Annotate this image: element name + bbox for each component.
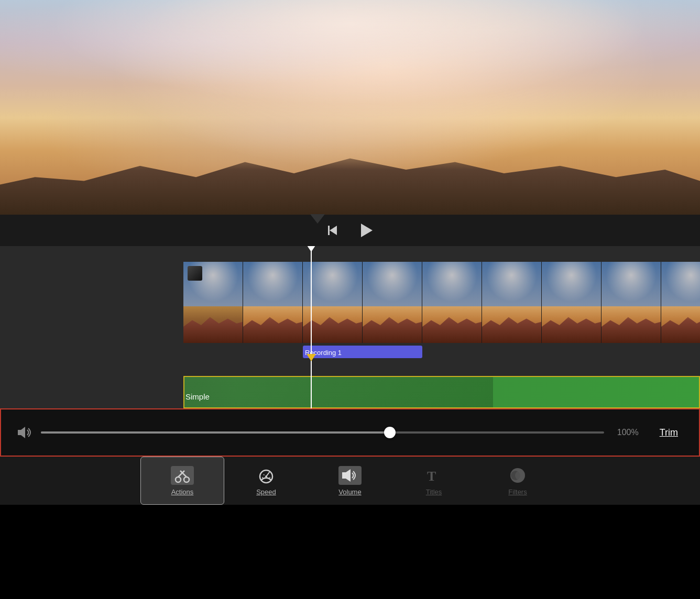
trim-button[interactable]: Trim xyxy=(644,427,688,438)
volume-panel: 100% Trim xyxy=(0,408,700,457)
video-thumbnail xyxy=(422,262,482,343)
toolbar-item-actions[interactable]: Actions xyxy=(140,457,224,505)
bottom-toolbar: Actions Speed Volume xyxy=(0,457,700,505)
volume-icon xyxy=(17,426,32,439)
video-thumbnail xyxy=(601,262,661,343)
timeline: Recording 1 Simple xyxy=(0,246,700,408)
filters-label: Filters xyxy=(508,488,527,496)
skip-back-button[interactable] xyxy=(325,223,340,238)
video-thumbnail xyxy=(243,262,303,343)
volume-slider-thumb[interactable] xyxy=(384,427,396,438)
filters-icon xyxy=(506,466,529,485)
actions-label: Actions xyxy=(171,488,194,496)
svg-marker-3 xyxy=(18,427,25,438)
preview-frame xyxy=(0,0,700,215)
svg-marker-14 xyxy=(342,469,351,482)
toolbar-item-titles[interactable]: T Titles xyxy=(392,457,476,505)
toolbar-item-speed[interactable]: Speed xyxy=(224,457,308,505)
timeline-left-panel xyxy=(0,246,183,408)
video-thumbnail xyxy=(303,262,363,343)
svg-point-4 xyxy=(176,477,181,482)
svg-point-18 xyxy=(515,471,524,480)
svg-point-5 xyxy=(184,477,189,482)
video-preview xyxy=(0,0,700,215)
play-button[interactable] xyxy=(356,221,375,240)
video-thumbnail xyxy=(482,262,542,343)
titles-icon: T xyxy=(422,466,445,485)
volume-value: 100% xyxy=(612,428,639,437)
scissors-icon xyxy=(171,466,194,485)
svg-line-13 xyxy=(264,474,265,475)
toolbar-item-volume[interactable]: Volume xyxy=(308,457,392,505)
speed-label: Speed xyxy=(256,488,276,496)
video-thumbnail xyxy=(542,262,601,343)
toolbar-item-filters[interactable]: Filters xyxy=(476,457,560,505)
volume-control: 100% xyxy=(12,426,644,439)
playhead-bottom-marker xyxy=(307,354,316,361)
playback-controls xyxy=(0,215,700,246)
volume-toolbar-icon xyxy=(338,466,362,485)
volume-label: Volume xyxy=(338,488,361,496)
video-track[interactable] xyxy=(183,262,700,343)
svg-rect-0 xyxy=(328,226,330,235)
svg-marker-1 xyxy=(330,226,337,235)
svg-marker-2 xyxy=(361,224,373,237)
video-thumbnail xyxy=(183,262,243,343)
title-track-label: Simple xyxy=(185,392,210,401)
clip-icon xyxy=(188,266,202,281)
video-thumbnail xyxy=(661,262,700,343)
volume-slider-fill xyxy=(41,431,390,434)
volume-slider[interactable] xyxy=(41,431,604,434)
playhead[interactable] xyxy=(311,246,312,408)
video-thumbnail xyxy=(363,262,422,343)
title-track[interactable] xyxy=(183,376,700,408)
svg-text:T: T xyxy=(427,469,436,484)
svg-point-10 xyxy=(265,475,267,478)
titles-label: Titles xyxy=(426,488,442,496)
speedometer-icon xyxy=(255,466,278,485)
